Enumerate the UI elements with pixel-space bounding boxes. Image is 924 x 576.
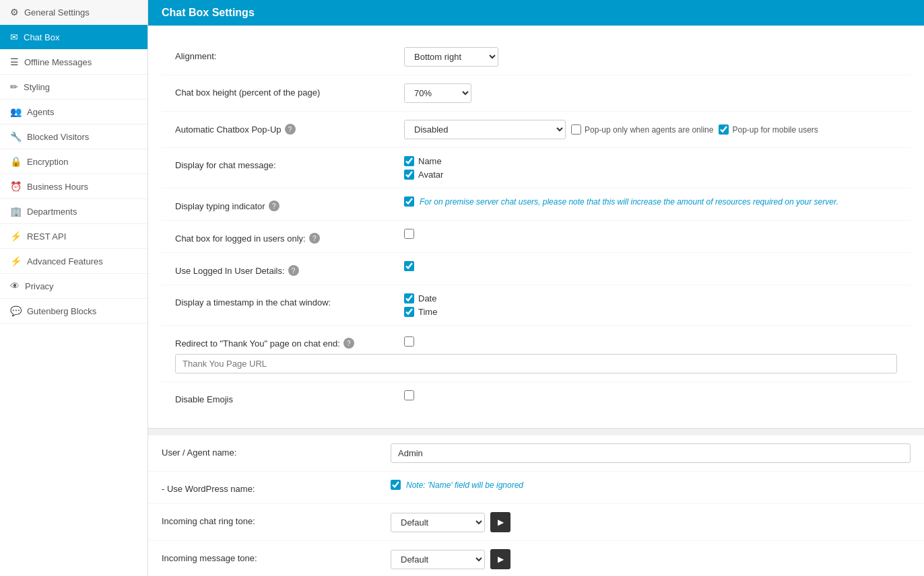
use-logged-in-label: Use Logged In User Details: ? <box>175 261 404 276</box>
lock-icon: 🔒 <box>10 156 22 167</box>
name-checkbox-row[interactable]: Name <box>404 156 442 166</box>
pencil-icon: ✏ <box>10 81 18 92</box>
timestamp-control: Date Time <box>404 293 897 317</box>
sidebar-item-chat-box[interactable]: ✉ Chat Box <box>0 25 147 50</box>
disable-emojis-control <box>404 390 897 400</box>
timestamp-label: Display a timestamp in the chat window: <box>175 293 404 308</box>
time-checkbox-row[interactable]: Time <box>404 307 437 317</box>
sidebar-item-rest-api[interactable]: ⚡ REST API <box>0 224 147 249</box>
api-icon: ⚡ <box>10 231 22 242</box>
redirect-row: Redirect to "Thank You" page on chat end… <box>162 326 911 382</box>
sidebar-item-gutenberg-blocks[interactable]: 💬 Gutenberg Blocks <box>0 299 147 324</box>
message-tone-row: Incoming message tone: Default None Tone… <box>148 541 924 576</box>
logged-in-only-label: Chat box for logged in users only: ? <box>175 229 404 244</box>
sidebar-item-departments[interactable]: 🏢 Departments <box>0 199 147 224</box>
typing-indicator-label: Display typing indicator ? <box>175 196 404 211</box>
user-agent-name-row: User / Agent name: <box>148 435 924 472</box>
blocked-icon: 🔧 <box>10 131 22 142</box>
use-logged-in-help-icon[interactable]: ? <box>288 265 299 276</box>
typing-indicator-checkbox[interactable] <box>404 196 414 207</box>
wordpress-name-checkbox[interactable] <box>391 480 401 490</box>
popup-label: Automatic Chatbox Pop-Up ? <box>175 120 404 135</box>
popup-control: Disabled Enabled Pop-up only when agents… <box>404 120 897 139</box>
eye-icon: 👁 <box>10 281 20 291</box>
redirect-top: Redirect to "Thank You" page on chat end… <box>175 334 897 349</box>
popup-mobile-label[interactable]: Pop-up for mobile users <box>719 124 818 135</box>
sidebar: ⚙ General Settings ✉ Chat Box ☰ Offline … <box>0 0 148 576</box>
display-chat-control: Name Avatar <box>404 156 897 180</box>
gear-icon: ⚙ <box>10 7 19 17</box>
use-logged-in-checkbox[interactable] <box>404 261 414 271</box>
user-agent-section: User / Agent name: - Use WordPress name:… <box>148 435 924 576</box>
sidebar-item-general-settings[interactable]: ⚙ General Settings <box>0 0 147 25</box>
sidebar-item-advanced-features[interactable]: ⚡ Advanced Features <box>0 249 147 274</box>
chat-box-settings-section: Alignment: Bottom right Bottom left Top … <box>148 26 924 429</box>
blocks-icon: 💬 <box>10 305 22 316</box>
sidebar-item-privacy[interactable]: 👁 Privacy <box>0 274 147 299</box>
name-checkbox[interactable] <box>404 156 414 166</box>
typing-indicator-control: For on premise server chat users, please… <box>404 196 897 207</box>
redirect-url-container <box>175 354 897 373</box>
popup-mobile-checkbox[interactable] <box>719 124 729 135</box>
alignment-row: Alignment: Bottom right Bottom left Top … <box>162 39 911 75</box>
height-label: Chat box height (percent of the page) <box>175 83 404 98</box>
alignment-select[interactable]: Bottom right Bottom left Top right Top l… <box>404 47 498 67</box>
popup-help-icon[interactable]: ? <box>285 124 296 135</box>
message-tone-play-button[interactable]: ▶ <box>490 549 510 569</box>
disable-emojis-checkbox[interactable] <box>404 390 414 400</box>
logged-in-only-control <box>404 229 897 239</box>
message-tone-label: Incoming message tone: <box>162 549 391 563</box>
avatar-checkbox-row[interactable]: Avatar <box>404 170 443 180</box>
sidebar-item-offline-messages[interactable]: ☰ Offline Messages <box>0 50 147 75</box>
user-agent-name-input[interactable] <box>391 443 911 463</box>
ring-tone-play-button[interactable]: ▶ <box>490 512 510 532</box>
use-logged-in-row: Use Logged In User Details: ? <box>162 253 911 285</box>
height-control: 50% 60% 70% 80% 90% 100% <box>404 83 897 103</box>
typing-help-icon[interactable]: ? <box>269 201 279 211</box>
avatar-checkbox[interactable] <box>404 170 414 180</box>
sidebar-item-agents[interactable]: 👥 Agents <box>0 100 147 124</box>
wordpress-name-label: - Use WordPress name: <box>162 480 391 494</box>
height-row: Chat box height (percent of the page) 50… <box>162 75 911 112</box>
date-checkbox[interactable] <box>404 293 414 303</box>
date-checkbox-row[interactable]: Date <box>404 293 436 303</box>
sidebar-item-business-hours[interactable]: ⏰ Business Hours <box>0 174 147 199</box>
wordpress-name-control: Note: 'Name' field will be ignored <box>391 480 911 490</box>
logged-in-help-icon[interactable]: ? <box>309 233 320 244</box>
redirect-label: Redirect to "Thank You" page on chat end… <box>175 334 404 349</box>
sidebar-item-blocked-visitors[interactable]: 🔧 Blocked Visitors <box>0 124 147 149</box>
message-tone-select[interactable]: Default None Tone 1 Tone 2 <box>391 550 485 569</box>
agents-icon: 👥 <box>10 106 22 117</box>
disable-emojis-label: Disable Emojis <box>175 390 404 404</box>
disable-emojis-row: Disable Emojis <box>162 382 911 415</box>
redirect-checkbox[interactable] <box>404 336 414 347</box>
list-icon: ☰ <box>10 57 19 67</box>
popup-online-checkbox[interactable] <box>571 124 581 135</box>
time-checkbox[interactable] <box>404 307 414 317</box>
message-tone-control: Default None Tone 1 Tone 2 ▶ <box>391 549 911 569</box>
email-icon: ✉ <box>10 32 18 42</box>
alignment-label: Alignment: <box>175 47 404 61</box>
ring-tone-control: Default None Tone 1 Tone 2 ▶ <box>391 512 911 532</box>
ring-tone-row: Incoming chat ring tone: Default None To… <box>148 504 924 541</box>
redirect-help-icon[interactable]: ? <box>343 338 354 349</box>
logged-in-only-checkbox[interactable] <box>404 229 414 239</box>
ring-tone-select[interactable]: Default None Tone 1 Tone 2 <box>391 513 485 532</box>
redirect-control <box>404 336 897 347</box>
use-logged-in-control <box>404 261 897 271</box>
sidebar-item-styling[interactable]: ✏ Styling <box>0 75 147 100</box>
page-header: Chat Box Settings <box>148 0 924 26</box>
main-content: Chat Box Settings Alignment: Bottom righ… <box>148 0 924 576</box>
clock-icon: ⏰ <box>10 181 22 192</box>
departments-icon: 🏢 <box>10 206 22 217</box>
redirect-url-input[interactable] <box>175 354 897 373</box>
sidebar-item-encryption[interactable]: 🔒 Encryption <box>0 149 147 174</box>
display-chat-row: Display for chat message: Name Avatar <box>162 148 911 188</box>
height-select[interactable]: 50% 60% 70% 80% 90% 100% <box>404 83 471 103</box>
ring-tone-label: Incoming chat ring tone: <box>162 512 391 526</box>
popup-select[interactable]: Disabled Enabled <box>404 120 566 139</box>
section-divider <box>148 429 924 435</box>
popup-online-label[interactable]: Pop-up only when agents are online <box>571 124 713 135</box>
advanced-icon: ⚡ <box>10 256 22 266</box>
user-agent-name-label: User / Agent name: <box>162 443 391 458</box>
